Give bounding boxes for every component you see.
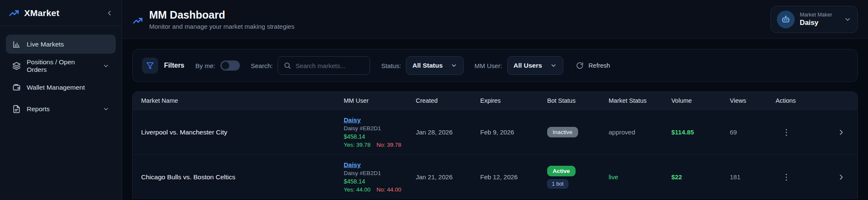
mm-user-label: MM User: (475, 62, 502, 69)
refresh-label: Refresh (589, 62, 610, 69)
refresh-button[interactable]: Refresh (576, 62, 610, 69)
mm-user-cell: Daisy Daisy #EB2D1 $458.14 Yes: 44.00No:… (344, 161, 416, 193)
page-content: Filters By me: Search: Status: All Statu… (122, 39, 868, 200)
main-area: MM Dashboard Monitor and manage your mar… (122, 0, 868, 200)
col-market-status: Market Status (609, 97, 671, 104)
refresh-icon (576, 62, 584, 69)
mm-user-cell: Daisy Daisy #EB2D1 $458.14 Yes: 39.78No:… (344, 116, 416, 148)
wallet-icon (12, 83, 21, 92)
search-box (278, 56, 370, 75)
status-badge: Inactive (547, 127, 578, 137)
markets-table: Market Name MM User Created Expires Bot … (132, 91, 858, 199)
chevron-down-icon (550, 62, 557, 69)
more-vertical-icon[interactable]: ⋮ (776, 171, 793, 183)
filters-bar: Filters By me: Search: Status: All Statu… (132, 49, 858, 82)
chevron-right-icon[interactable] (837, 128, 852, 137)
trending-up-icon (8, 8, 19, 19)
status-select-value: All Status (412, 62, 442, 69)
views-cell: 69 (730, 129, 776, 136)
table-header-row: Market Name MM User Created Expires Bot … (133, 92, 857, 110)
chevron-down-icon (103, 106, 109, 112)
sidebar-item-label: Wallet Management (27, 84, 85, 91)
status-label: Status: (381, 62, 401, 69)
search-label: Search: (251, 62, 273, 69)
sidebar-item-label: Live Markets (27, 41, 64, 48)
filters-title: Filters (164, 62, 184, 69)
mm-user-balance: $458.14 (344, 133, 365, 140)
mm-user-select-value: All Users (514, 62, 542, 69)
app-root: XMarket Live Markets Positions / Open Or… (0, 0, 868, 200)
volume-cell: $114.85 (671, 129, 730, 136)
col-views: Views (730, 97, 776, 104)
volume-cell: $22 (671, 173, 730, 181)
sidebar-item-wallet-management[interactable]: Wallet Management (6, 78, 116, 97)
sidebar-item-live-markets[interactable]: Live Markets (6, 35, 116, 54)
mm-user-link[interactable]: Daisy (344, 161, 361, 168)
page-subtitle: Monitor and manage your market making st… (149, 23, 295, 30)
created-cell: Jan 28, 2026 (416, 129, 480, 136)
toggle-knob (222, 62, 229, 69)
mm-user-odds: Yes: 39.78No: 39.78 (344, 142, 401, 148)
bot-count-badge: 1 bot (547, 179, 568, 189)
robot-icon (781, 14, 791, 25)
col-mm-user: MM User (344, 97, 416, 104)
mm-user-balance: $458.14 (344, 178, 365, 185)
col-market-name: Market Name (141, 97, 344, 104)
status-badge: Active (547, 166, 576, 176)
table-row: Liverpool vs. Manchester City Daisy Dais… (133, 110, 857, 154)
page-title: MM Dashboard (149, 9, 295, 21)
odds-no: No: 39.78 (376, 142, 401, 148)
chevron-down-icon (103, 63, 109, 69)
chevron-down-icon (451, 62, 457, 69)
by-me-label: By me: (195, 62, 215, 69)
bot-status-cell: Inactive (547, 127, 609, 137)
col-actions: Actions (776, 97, 822, 104)
document-icon (12, 105, 21, 113)
layers-icon (12, 62, 21, 70)
funnel-icon (142, 58, 158, 74)
market-name-cell: Liverpool vs. Manchester City (141, 129, 344, 136)
col-volume: Volume (671, 97, 730, 104)
table-row: Chicago Bulls vs. Boston Celtics Daisy D… (133, 154, 857, 199)
market-status-cell: live (609, 173, 671, 181)
search-input[interactable] (295, 62, 364, 69)
sidebar-item-positions-open-orders[interactable]: Positions / Open Orders (6, 56, 116, 75)
market-status-cell: approved (609, 129, 671, 136)
avatar (777, 11, 795, 28)
views-cell: 181 (730, 173, 776, 181)
by-me-toggle[interactable] (220, 60, 240, 71)
sidebar: XMarket Live Markets Positions / Open Or… (0, 0, 122, 200)
sidebar-collapse-icon[interactable] (106, 9, 113, 17)
bot-status-cell: Active 1 bot (547, 166, 609, 189)
page-header: MM Dashboard Monitor and manage your mar… (122, 0, 868, 39)
trending-up-icon (132, 15, 143, 26)
sidebar-item-reports[interactable]: Reports (6, 99, 116, 118)
more-vertical-icon[interactable]: ⋮ (776, 126, 793, 138)
market-maker-role-label: Market Maker (800, 12, 839, 18)
sidebar-nav: Live Markets Positions / Open Orders Wal… (0, 26, 122, 127)
market-maker-selector[interactable]: Market Maker Daisy (771, 6, 858, 33)
market-name-cell: Chicago Bulls vs. Boston Celtics (141, 173, 344, 181)
mm-user-id: Daisy #EB2D1 (344, 125, 381, 132)
sidebar-item-label: Positions / Open Orders (27, 58, 97, 74)
odds-no: No: 44.00 (376, 186, 401, 193)
status-select[interactable]: All Status (406, 56, 463, 75)
app-logo-text: XMarket (24, 8, 101, 18)
mm-user-select[interactable]: All Users (507, 56, 563, 75)
created-cell: Jan 21, 2026 (416, 173, 480, 181)
magnifier-icon (284, 62, 291, 69)
chevron-right-icon[interactable] (837, 173, 852, 181)
mm-user-id: Daisy #EB2D1 (344, 170, 381, 176)
odds-yes: Yes: 44.00 (344, 186, 370, 193)
bar-chart-icon (12, 40, 21, 49)
col-created: Created (416, 97, 480, 104)
mm-user-odds: Yes: 44.00No: 44.00 (344, 186, 401, 193)
expires-cell: Feb 12, 2026 (480, 173, 547, 181)
chevron-down-icon (844, 16, 851, 23)
page-title-group: MM Dashboard Monitor and manage your mar… (132, 9, 295, 30)
col-bot-status: Bot Status (547, 97, 609, 104)
sidebar-item-label: Reports (27, 105, 50, 113)
mm-user-link[interactable]: Daisy (344, 116, 361, 123)
market-maker-meta: Market Maker Daisy (800, 12, 839, 27)
expires-cell: Feb 9, 2026 (480, 129, 547, 136)
